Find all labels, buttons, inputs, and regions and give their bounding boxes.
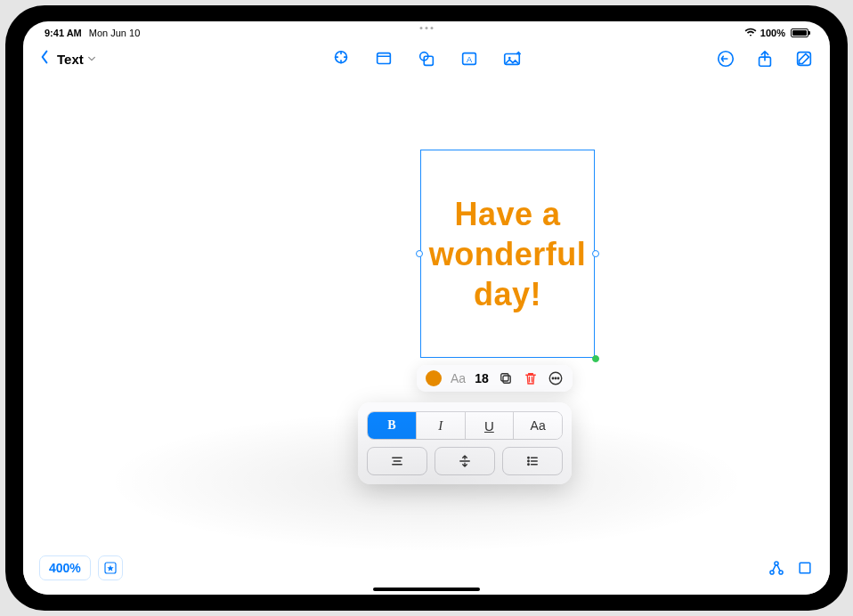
zoom-level[interactable]: 400% bbox=[39, 555, 91, 580]
align-button[interactable] bbox=[367, 447, 427, 475]
text-format-panel: B I U Aa bbox=[358, 402, 572, 484]
pen-tool-icon[interactable] bbox=[331, 49, 351, 69]
duplicate-icon[interactable] bbox=[498, 370, 514, 386]
status-bar: 9:41 AM Mon Jun 10 100% bbox=[23, 21, 830, 41]
text-box-selection[interactable]: Have a wonderful day! bbox=[420, 150, 595, 358]
shape-tool-icon[interactable] bbox=[417, 49, 436, 69]
status-date: Mon Jun 10 bbox=[89, 28, 140, 38]
text-box-content[interactable]: Have a wonderful day! bbox=[428, 194, 587, 314]
app-toolbar: Text A bbox=[23, 41, 830, 77]
svg-text:A: A bbox=[467, 55, 473, 64]
font-size-value[interactable]: 18 bbox=[475, 371, 489, 385]
share-button[interactable] bbox=[755, 49, 775, 69]
back-button[interactable] bbox=[39, 50, 50, 68]
media-tool-icon[interactable] bbox=[502, 49, 522, 69]
compose-button[interactable] bbox=[794, 49, 814, 69]
tool-mode-selector[interactable]: Text bbox=[57, 52, 96, 67]
svg-point-22 bbox=[528, 458, 530, 459]
favorites-button[interactable] bbox=[98, 555, 123, 580]
multitask-dots-icon[interactable] bbox=[420, 27, 434, 29]
freeform-canvas[interactable]: Have a wonderful day! Aa 18 bbox=[23, 77, 830, 595]
text-box[interactable]: Have a wonderful day! bbox=[420, 150, 595, 358]
text-color-swatch[interactable] bbox=[426, 370, 442, 386]
undo-button[interactable] bbox=[716, 49, 735, 69]
font-picker[interactable]: Aa bbox=[451, 371, 466, 385]
resize-handle-bottom-right[interactable] bbox=[592, 355, 599, 362]
tool-mode-label: Text bbox=[57, 52, 84, 67]
home-indicator[interactable] bbox=[373, 588, 480, 591]
svg-point-26 bbox=[528, 464, 530, 466]
text-context-toolbar: Aa 18 bbox=[417, 365, 573, 392]
battery-icon bbox=[791, 28, 808, 37]
wifi-icon bbox=[744, 27, 757, 39]
list-button[interactable] bbox=[502, 447, 563, 475]
status-left: 9:41 AM Mon Jun 10 bbox=[45, 28, 140, 38]
svg-rect-12 bbox=[503, 376, 510, 383]
italic-button[interactable]: I bbox=[417, 412, 466, 439]
svg-rect-13 bbox=[500, 374, 508, 381]
ipad-screen: 9:41 AM Mon Jun 10 100% Text bbox=[23, 21, 830, 595]
text-tool-icon[interactable]: A bbox=[459, 49, 479, 69]
bold-button[interactable]: B bbox=[368, 412, 417, 439]
vertical-align-button[interactable] bbox=[435, 447, 495, 475]
sticky-note-tool-icon[interactable] bbox=[374, 49, 394, 69]
more-icon[interactable] bbox=[548, 370, 564, 386]
svg-marker-29 bbox=[107, 565, 113, 571]
resize-handle-right[interactable] bbox=[592, 250, 599, 257]
battery-percent: 100% bbox=[760, 28, 785, 38]
connectors-icon[interactable] bbox=[768, 559, 785, 580]
resize-handle-left[interactable] bbox=[416, 250, 423, 257]
underline-button[interactable]: U bbox=[466, 412, 515, 439]
selection-box-icon[interactable] bbox=[796, 559, 814, 580]
svg-point-17 bbox=[557, 377, 559, 379]
text-case-button[interactable]: Aa bbox=[514, 412, 562, 439]
delete-icon[interactable] bbox=[523, 370, 539, 386]
svg-point-16 bbox=[555, 377, 556, 379]
svg-rect-1 bbox=[378, 53, 391, 64]
text-style-segmented: B I U Aa bbox=[367, 411, 563, 440]
svg-point-24 bbox=[528, 460, 530, 462]
chevron-down-icon bbox=[87, 55, 96, 62]
svg-rect-33 bbox=[800, 563, 810, 573]
ipad-device-frame: 9:41 AM Mon Jun 10 100% Text bbox=[5, 5, 848, 611]
status-time: 9:41 AM bbox=[45, 28, 82, 38]
status-right: 100% bbox=[744, 27, 808, 39]
svg-point-15 bbox=[552, 377, 554, 379]
